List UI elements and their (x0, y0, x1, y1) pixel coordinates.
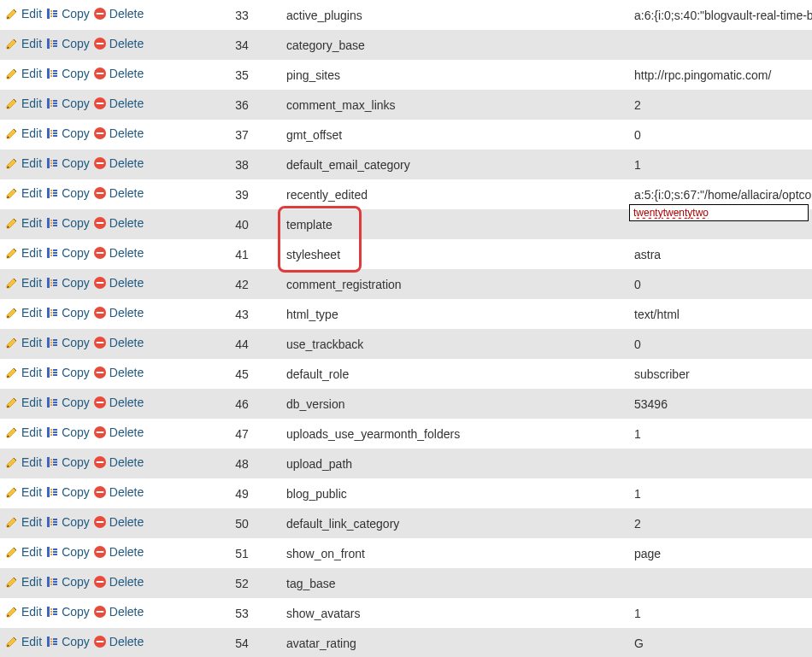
edit-link[interactable]: Edit (5, 545, 42, 559)
copy-link[interactable]: Copy (45, 37, 90, 50)
option-value[interactable]: G (629, 628, 812, 657)
option-id[interactable]: 51 (203, 538, 281, 568)
copy-link[interactable]: Copy (45, 605, 90, 619)
copy-link[interactable]: Copy (45, 216, 90, 230)
option-name[interactable]: default_email_category (281, 150, 629, 179)
option-id[interactable]: 52 (203, 568, 281, 598)
copy-link[interactable]: Copy (45, 455, 90, 469)
option-value[interactable]: a:6:{i:0;s:40:"blogvault-real-time-backu… (629, 0, 812, 30)
option-value[interactable]: 2 (629, 508, 812, 538)
copy-link[interactable]: Copy (45, 276, 90, 290)
option-name[interactable]: blog_public (281, 478, 629, 508)
edit-link[interactable]: Edit (5, 97, 42, 110)
option-id[interactable]: 44 (203, 329, 281, 359)
option-id[interactable]: 48 (203, 449, 281, 478)
edit-link[interactable]: Edit (5, 605, 42, 619)
copy-link[interactable]: Copy (45, 366, 90, 379)
option-value[interactable]: 1 (629, 478, 812, 508)
option-value[interactable]: 53496 (629, 389, 812, 419)
option-name[interactable]: show_avatars (281, 598, 629, 628)
option-id[interactable]: 49 (203, 478, 281, 508)
copy-link[interactable]: Copy (45, 425, 90, 439)
option-name[interactable]: use_trackback (281, 329, 629, 359)
edit-link[interactable]: Edit (5, 425, 42, 439)
option-id[interactable]: 46 (203, 389, 281, 419)
delete-link[interactable]: Delete (93, 246, 144, 260)
edit-link[interactable]: Edit (5, 336, 42, 349)
option-name[interactable]: show_on_front (281, 538, 629, 568)
delete-link[interactable]: Delete (93, 126, 144, 140)
option-name[interactable]: template (281, 209, 629, 239)
delete-link[interactable]: Delete (93, 635, 144, 648)
delete-link[interactable]: Delete (93, 306, 144, 320)
option-id[interactable]: 42 (203, 269, 281, 299)
delete-link[interactable]: Delete (93, 575, 144, 589)
option-value[interactable]: 1 (629, 150, 812, 179)
edit-link[interactable]: Edit (5, 276, 42, 290)
edit-link[interactable]: Edit (5, 455, 42, 469)
edit-link[interactable]: Edit (5, 186, 42, 200)
delete-link[interactable]: Delete (93, 515, 144, 529)
option-id[interactable]: 47 (203, 419, 281, 449)
copy-link[interactable]: Copy (45, 7, 90, 21)
copy-link[interactable]: Copy (45, 485, 90, 499)
option-name[interactable]: uploads_use_yearmonth_folders (281, 419, 629, 449)
copy-link[interactable]: Copy (45, 186, 90, 200)
option-name[interactable]: html_type (281, 299, 629, 329)
delete-link[interactable]: Delete (93, 396, 144, 409)
option-name[interactable]: stylesheet (281, 239, 629, 269)
delete-link[interactable]: Delete (93, 7, 144, 21)
edit-link[interactable]: Edit (5, 67, 42, 80)
copy-link[interactable]: Copy (45, 545, 90, 559)
edit-link[interactable]: Edit (5, 366, 42, 379)
edit-link[interactable]: Edit (5, 485, 42, 499)
option-value[interactable]: subscriber (629, 359, 812, 389)
option-name[interactable]: active_plugins (281, 0, 629, 30)
copy-link[interactable]: Copy (45, 336, 90, 349)
option-name[interactable]: recently_edited (281, 179, 629, 209)
option-name[interactable]: comment_registration (281, 269, 629, 299)
copy-link[interactable]: Copy (45, 306, 90, 320)
delete-link[interactable]: Delete (93, 366, 144, 379)
delete-link[interactable]: Delete (93, 336, 144, 349)
option-value[interactable] (629, 449, 812, 478)
option-id[interactable]: 34 (203, 30, 281, 60)
option-name[interactable]: default_link_category (281, 508, 629, 538)
option-name[interactable]: ping_sites (281, 60, 629, 90)
delete-link[interactable]: Delete (93, 97, 144, 110)
option-id[interactable]: 35 (203, 60, 281, 90)
option-name[interactable]: category_base (281, 30, 629, 60)
edit-link[interactable]: Edit (5, 126, 42, 140)
delete-link[interactable]: Delete (93, 455, 144, 469)
edit-link[interactable]: Edit (5, 7, 42, 21)
inline-edit-input[interactable] (629, 204, 809, 221)
copy-link[interactable]: Copy (45, 575, 90, 589)
option-name[interactable]: upload_path (281, 449, 629, 478)
edit-link[interactable]: Edit (5, 216, 42, 230)
delete-link[interactable]: Delete (93, 425, 144, 439)
copy-link[interactable]: Copy (45, 396, 90, 409)
edit-link[interactable]: Edit (5, 396, 42, 409)
delete-link[interactable]: Delete (93, 67, 144, 80)
delete-link[interactable]: Delete (93, 37, 144, 50)
option-value[interactable]: astra (629, 239, 812, 269)
delete-link[interactable]: Delete (93, 485, 144, 499)
delete-link[interactable]: Delete (93, 605, 144, 619)
option-value[interactable]: http://rpc.pingomatic.com/ (629, 60, 812, 90)
option-id[interactable]: 36 (203, 90, 281, 120)
option-value[interactable]: 0 (629, 269, 812, 299)
edit-link[interactable]: Edit (5, 246, 42, 260)
option-value[interactable]: 1 (629, 419, 812, 449)
edit-link[interactable]: Edit (5, 306, 42, 320)
delete-link[interactable]: Delete (93, 545, 144, 559)
option-name[interactable]: gmt_offset (281, 120, 629, 150)
option-id[interactable]: 39 (203, 179, 281, 209)
option-name[interactable]: default_role (281, 359, 629, 389)
option-id[interactable]: 41 (203, 239, 281, 269)
delete-link[interactable]: Delete (93, 276, 144, 290)
option-name[interactable]: comment_max_links (281, 90, 629, 120)
edit-link[interactable]: Edit (5, 515, 42, 529)
delete-link[interactable]: Delete (93, 216, 144, 230)
option-id[interactable]: 43 (203, 299, 281, 329)
option-value[interactable]: page (629, 538, 812, 568)
